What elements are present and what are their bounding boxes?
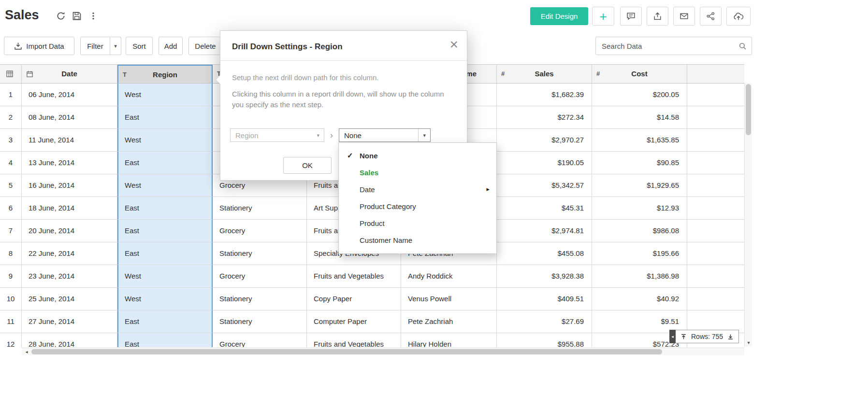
region-cell[interactable]: West [117,84,213,106]
sales-cell[interactable]: $955.88 [497,333,592,347]
date-cell[interactable]: 20 June, 2014 [22,220,117,242]
sales-cell[interactable]: $27.69 [497,310,592,333]
header-date[interactable]: Date [22,65,117,84]
close-button[interactable]: × [449,37,458,52]
row-number-cell[interactable]: 3 [0,129,22,152]
row-number-cell[interactable]: 10 [0,288,22,310]
row-number-cell[interactable]: 2 [0,106,22,129]
date-cell[interactable]: 22 June, 2014 [22,242,117,265]
cost-cell[interactable]: $1,386.98 [592,265,687,288]
import-data-button[interactable]: Import Data [4,37,74,55]
customer-name-cell[interactable]: Pete Zachriah [401,310,497,333]
cost-cell[interactable]: $986.08 [592,220,687,242]
region-cell[interactable]: East [117,242,213,265]
filter-dropdown-arrow[interactable]: ▾ [110,37,121,55]
menu-item-none[interactable]: ✓None [339,147,496,164]
row-number-cell[interactable]: 11 [0,310,22,333]
row-number-cell[interactable]: 5 [0,174,22,197]
region-cell[interactable]: East [117,333,213,347]
sort-button[interactable]: Sort [126,37,153,55]
add-new-button[interactable]: + [592,7,614,26]
sales-cell[interactable]: $3,928.38 [497,265,592,288]
cost-cell[interactable]: $40.92 [592,288,687,310]
product-category-cell[interactable]: Stationery [213,310,307,333]
publish-button[interactable] [726,7,751,26]
product-cell[interactable]: Fruits and Vegetables [307,333,401,347]
cost-cell[interactable]: $1,635.85 [592,129,687,152]
next-column-select[interactable]: None ▾ [339,128,431,142]
product-category-cell[interactable]: Grocery [213,220,307,242]
date-cell[interactable]: 18 June, 2014 [22,197,117,220]
sales-cell[interactable]: $2,970.27 [497,129,592,152]
sales-cell[interactable]: $190.05 [497,152,592,174]
sales-cell[interactable]: $409.51 [497,288,592,310]
product-category-cell[interactable]: Grocery [213,265,307,288]
cost-cell[interactable]: $1,929.65 [592,174,687,197]
delete-button[interactable]: Delete [188,37,222,55]
region-cell[interactable]: West [117,265,213,288]
customer-name-cell[interactable]: Hilary Holden [401,333,497,347]
header-cost[interactable]: # Cost [592,65,687,84]
share-button[interactable] [700,7,722,26]
add-button[interactable]: Add [159,37,183,55]
date-cell[interactable]: 27 June, 2014 [22,310,117,333]
filter-button[interactable]: Filter [80,37,110,55]
row-number-cell[interactable]: 1 [0,84,22,106]
sales-cell[interactable]: $2,974.81 [497,220,592,242]
menu-item-customer-name[interactable]: Customer Name [339,232,496,249]
menu-item-product-category[interactable]: Product Category [339,198,496,215]
row-number-cell[interactable]: 4 [0,152,22,174]
date-cell[interactable]: 11 June, 2014 [22,129,117,152]
export-button[interactable] [647,7,668,26]
sales-cell[interactable]: $455.08 [497,242,592,265]
customer-name-cell[interactable]: Andy Roddick [401,265,497,288]
ok-button[interactable]: OK [283,157,332,174]
product-category-cell[interactable]: Grocery [213,333,307,347]
row-number-cell[interactable]: 9 [0,265,22,288]
date-cell[interactable]: 28 June, 2014 [22,333,117,347]
product-cell[interactable]: Computer Paper [307,310,401,333]
product-category-cell[interactable]: Stationery [213,197,307,220]
region-cell[interactable]: East [117,197,213,220]
menu-item-date[interactable]: Date▸ [339,181,496,198]
region-cell[interactable]: East [117,310,213,333]
region-cell[interactable]: East [117,106,213,129]
header-region[interactable]: T Region [117,65,213,84]
region-cell[interactable]: West [117,129,213,152]
more-options-button[interactable] [89,11,100,21]
header-sales[interactable]: # Sales [497,65,592,84]
sales-cell[interactable]: $1,682.39 [497,84,592,106]
customer-name-cell[interactable]: Venus Powell [401,288,497,310]
date-cell[interactable]: 06 June, 2014 [22,84,117,106]
sales-cell[interactable]: $272.34 [497,106,592,129]
product-category-cell[interactable]: Stationery [213,288,307,310]
region-cell[interactable]: East [117,220,213,242]
vertical-scrollbar-thumb[interactable] [746,84,751,135]
scroll-down-arrow-icon[interactable]: ▾ [745,339,752,347]
badge-collapse-tab[interactable]: ◂ [669,330,676,343]
product-cell[interactable]: Fruits and Vegetables [307,265,401,288]
cost-cell[interactable]: $200.05 [592,84,687,106]
date-cell[interactable]: 16 June, 2014 [22,174,117,197]
cost-cell[interactable]: $195.66 [592,242,687,265]
email-button[interactable] [673,7,695,26]
cost-cell[interactable]: $90.85 [592,152,687,174]
date-cell[interactable]: 25 June, 2014 [22,288,117,310]
menu-item-sales[interactable]: Sales [339,164,496,181]
row-number-cell[interactable]: 7 [0,220,22,242]
save-button[interactable] [72,11,83,21]
region-cell[interactable]: East [117,152,213,174]
row-number-cell[interactable]: 6 [0,197,22,220]
row-number-cell[interactable]: 12 [0,333,22,347]
date-cell[interactable]: 23 June, 2014 [22,265,117,288]
scroll-to-top-icon[interactable] [680,334,687,340]
comments-button[interactable] [620,7,642,26]
cost-cell[interactable]: $14.58 [592,106,687,129]
vertical-scrollbar[interactable]: ▾ [744,83,752,347]
sales-cell[interactable]: $5,342.57 [497,174,592,197]
row-number-cell[interactable]: 8 [0,242,22,265]
horizontal-scrollbar[interactable]: ◂ [22,348,744,355]
date-cell[interactable]: 08 June, 2014 [22,106,117,129]
region-cell[interactable]: West [117,288,213,310]
edit-design-button[interactable]: Edit Design [530,7,588,25]
